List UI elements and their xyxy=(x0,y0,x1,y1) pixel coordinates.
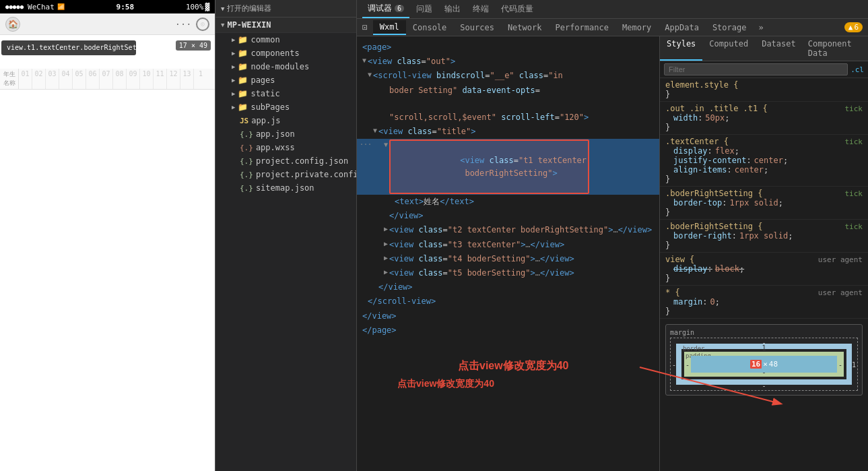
phone-status-bar: ●●●●● WeChat 📶 9:58 100% ▓ xyxy=(0,0,215,13)
tree-item-label: app.wxss xyxy=(256,143,295,152)
tab-network[interactable]: Network xyxy=(501,21,549,34)
code-line-selected[interactable]: ··· ▼ <view class="t1 textCenter boderRi… xyxy=(357,139,659,195)
content-box: 16 × 48 xyxy=(691,356,837,373)
home-button[interactable]: 🏠 xyxy=(5,17,20,32)
tab-code-quality[interactable]: 代码质量 xyxy=(496,1,539,18)
tree-item-pages[interactable]: ▶ 📁 pages xyxy=(215,73,356,87)
styles-panel: Styles Computed Dataset Component Data xyxy=(659,36,868,471)
tree-item-appjson[interactable]: {.} app.json xyxy=(215,127,356,141)
col-02: 02 xyxy=(32,69,46,89)
prop-align: align-items:center; xyxy=(665,165,863,175)
code-line-collapsed[interactable]: ▶ <view class="t2 textCenter boderRightS… xyxy=(357,223,659,237)
project-name[interactable]: ▼ MP-WEIXIN xyxy=(215,18,356,33)
expand-icon[interactable]: ▼ xyxy=(368,69,372,80)
tab-sources[interactable]: Sources xyxy=(453,21,501,34)
tab-issues[interactable]: 问题 xyxy=(411,1,438,18)
tab-component-data[interactable]: Component Data xyxy=(803,36,868,61)
collapse-arrow-icon: ▶ xyxy=(232,104,235,111)
tree-item-label: sitemap.json xyxy=(256,183,314,193)
code-line: <text>姓名</text> xyxy=(357,195,659,209)
tab-styles[interactable]: Styles xyxy=(660,36,702,61)
box-model-container: margin - 1 - - border xyxy=(665,324,863,396)
tree-item-projectconfig[interactable]: {.} project.config.json xyxy=(215,154,356,168)
dots-menu[interactable]: ··· xyxy=(360,139,372,150)
tree-item-appwxss[interactable]: {.} app.wxss xyxy=(215,141,356,154)
editor-header[interactable]: ▼ 打开的编辑器 xyxy=(215,0,356,18)
styles-filter-row: .cl xyxy=(660,61,868,78)
devtools-top-tabbar: 调试器 6 问题 输出 终端 代码质量 xyxy=(357,0,868,19)
calendar-table: 年生名称 01 02 03 04 05 06 07 08 09 10 11 12… xyxy=(0,69,215,90)
code-line: </view> xyxy=(357,280,659,294)
record-button[interactable]: ⊙ xyxy=(196,18,209,31)
tab-terminal[interactable]: 终端 xyxy=(467,1,494,18)
tree-item-common[interactable]: ▶ 📁 common xyxy=(215,33,356,46)
tree-item-appjs[interactable]: JS app.js xyxy=(215,114,356,127)
border-label: border xyxy=(683,345,705,352)
tree-item-static[interactable]: ▶ 📁 static xyxy=(215,87,356,100)
tree-item-sitemap[interactable]: {.} sitemap.json xyxy=(215,181,356,195)
tab-debugger[interactable]: 调试器 6 xyxy=(362,0,409,18)
selector-boder1: .boderRightSetting { xyxy=(665,189,763,198)
tab-more[interactable]: » xyxy=(753,21,768,34)
styles-section-boder2: .boderRightSetting { tick border-right:1… xyxy=(660,220,868,253)
code-line-collapsed[interactable]: ▶ <view class="t5 boderSetting">…</view> xyxy=(357,266,659,280)
col-08: 08 xyxy=(113,69,127,89)
code-line: </page> xyxy=(357,323,659,338)
json-file-icon: {.} xyxy=(240,130,253,139)
folder-icon: 📁 xyxy=(238,49,248,58)
collapse-arrow-icon: ▶ xyxy=(232,63,235,70)
tree-item-label: static xyxy=(251,89,279,98)
tree-item-projectprivate[interactable]: {.} project.private.config.js... xyxy=(215,168,356,181)
selector-close: } xyxy=(665,208,863,217)
selector-element-style: element.style { xyxy=(665,80,863,90)
tab-computed[interactable]: Computed xyxy=(702,36,755,61)
tree-item-subpages[interactable]: ▶ 📁 subPages xyxy=(215,100,356,114)
prop-margin: margin:0; xyxy=(665,297,863,307)
styles-filter-input[interactable] xyxy=(664,63,848,75)
selector-close: } xyxy=(665,307,863,316)
expand-icon[interactable]: ▼ xyxy=(373,125,377,136)
tab-wxml[interactable]: Wxml xyxy=(373,20,406,35)
tab-dataset[interactable]: Dataset xyxy=(755,36,803,61)
phone-preview: ●●●●● WeChat 📶 9:58 100% ▓ 🏠 ··· ⊙ xyxy=(0,0,215,471)
source-textcenter: tick xyxy=(845,137,863,146)
tab-memory[interactable]: Memory xyxy=(615,21,658,34)
warning-badge[interactable]: ▲ 6 xyxy=(844,22,863,32)
tab-storage[interactable]: Storage xyxy=(706,21,754,34)
collapse-arrow-icon: ▶ xyxy=(232,36,235,43)
tree-item-label: project.private.config.js... xyxy=(256,170,356,179)
inspect-icon[interactable]: ⊡ xyxy=(360,21,370,34)
phone-signal: ●●●●● WeChat 📶 xyxy=(5,3,65,11)
code-line: </view> xyxy=(357,309,659,323)
more-dots[interactable]: ··· xyxy=(175,20,192,29)
selector-close: } xyxy=(665,123,863,132)
folder-icon: 📁 xyxy=(238,102,248,112)
selector-t1: .out .in .title .t1 { xyxy=(665,104,768,113)
code-line-collapsed[interactable]: ▶ <view class="t4 boderSetting">…</view> xyxy=(357,252,659,266)
col-01: 01 xyxy=(19,69,32,89)
tree-item-label: app.js xyxy=(251,116,280,125)
tree-item-node-modules[interactable]: ▶ 📁 node-modules xyxy=(215,60,356,73)
selector-close: } xyxy=(665,274,863,283)
col-11: 11 xyxy=(154,69,167,89)
col-07: 07 xyxy=(100,69,113,89)
tab-appdata[interactable]: AppData xyxy=(658,21,706,34)
tab-output[interactable]: 输出 xyxy=(439,1,466,18)
tree-item-components[interactable]: ▶ 📁 components xyxy=(215,46,356,60)
prop-border-top: border-top:1rpx solid; xyxy=(665,198,863,208)
expand-icon[interactable]: ▼ xyxy=(384,139,388,150)
selector-close: } xyxy=(665,175,863,184)
tab-console[interactable]: Console xyxy=(406,21,454,34)
styles-tabs: Styles Computed Dataset Component Data xyxy=(660,36,868,61)
editor-arrow-icon: ▼ xyxy=(221,5,224,12)
debugger-badge: 6 xyxy=(395,5,404,12)
tree-items-container: ▶ 📁 common ▶ 📁 components ▶ 📁 node-modul… xyxy=(215,33,356,471)
styles-section-boder1: .boderRightSetting { tick border-top:1rp… xyxy=(660,187,868,220)
selector-close: } xyxy=(665,90,863,99)
styles-section-t1: .out .in .title .t1 { tick width:50px; } xyxy=(660,102,868,135)
tab-performance[interactable]: Performance xyxy=(548,21,615,34)
code-line-collapsed[interactable]: ▶ <view class="t3 textCenter">…</view> xyxy=(357,238,659,252)
expand-icon[interactable]: ▼ xyxy=(362,55,366,66)
col-03: 03 xyxy=(46,69,59,89)
phone-toolbar: 🏠 ··· ⊙ xyxy=(0,13,215,35)
